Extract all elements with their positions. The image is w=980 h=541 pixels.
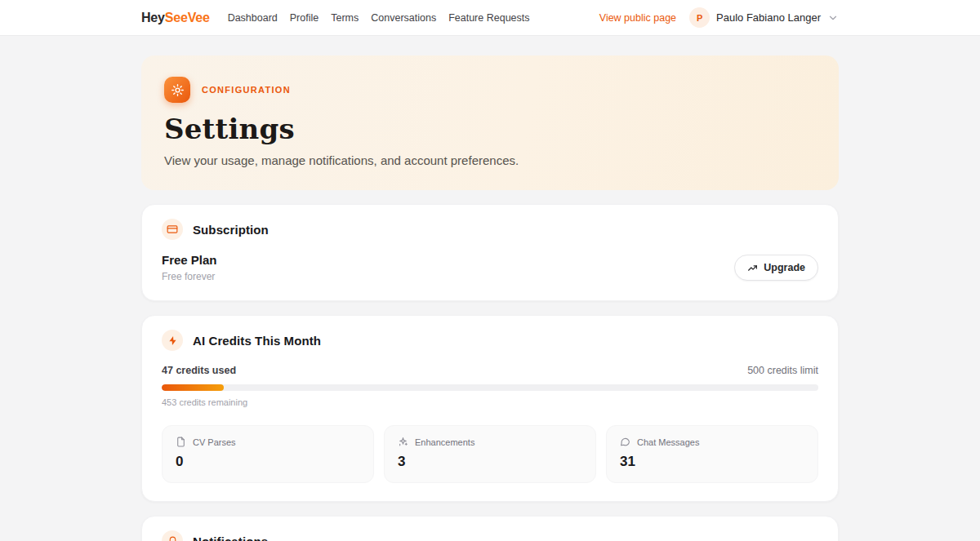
nav-link-dashboard[interactable]: Dashboard xyxy=(228,12,278,24)
chat-icon xyxy=(620,437,630,447)
logo-hey: Hey xyxy=(141,11,165,24)
stat-label: Enhancements xyxy=(415,437,474,447)
main-nav: Dashboard Profile Terms Conversations Fe… xyxy=(228,12,530,24)
zap-icon xyxy=(162,330,183,351)
nav-link-profile[interactable]: Profile xyxy=(290,12,318,24)
user-menu[interactable]: P Paulo Fabiano Langer xyxy=(689,7,839,28)
nav-link-conversations[interactable]: Conversations xyxy=(371,12,436,24)
subscription-card: Subscription Free Plan Free forever Upgr… xyxy=(141,204,839,301)
page-title: Settings xyxy=(164,113,816,145)
stat-value: 0 xyxy=(176,454,360,470)
credits-progress-bar xyxy=(162,384,818,391)
ai-credits-title: AI Credits This Month xyxy=(193,334,321,348)
credits-progress-fill xyxy=(162,384,224,391)
stat-enhancements: Enhancements 3 xyxy=(384,425,596,483)
upgrade-button[interactable]: Upgrade xyxy=(734,255,818,281)
page-subtitle: View your usage, manage notifications, a… xyxy=(164,153,816,167)
notifications-card: Notifications New Conversation Alerts Ge… xyxy=(141,516,839,541)
stat-label: Chat Messages xyxy=(637,437,699,447)
credit-card-icon xyxy=(162,219,183,240)
upgrade-label: Upgrade xyxy=(764,262,805,273)
stat-chat-messages: Chat Messages 31 xyxy=(606,425,818,483)
configuration-badge: CONFIGURATION xyxy=(202,85,291,95)
top-nav: HeySeeVee Dashboard Profile Terms Conver… xyxy=(0,0,980,36)
credits-limit-label: 500 credits limit xyxy=(747,365,818,376)
gear-icon xyxy=(171,83,185,97)
plan-info: Free Plan Free forever xyxy=(162,253,217,282)
nav-link-feature-requests[interactable]: Feature Requests xyxy=(448,12,529,24)
stat-cv-parses: CV Parses 0 xyxy=(162,425,374,483)
credits-stats: CV Parses 0 Enhancements 3 Cha xyxy=(162,425,818,483)
avatar: P xyxy=(689,7,710,28)
credits-used-label: 47 credits used xyxy=(162,365,236,376)
stat-value: 3 xyxy=(398,454,582,470)
user-name: Paulo Fabiano Langer xyxy=(716,11,821,24)
subscription-title: Subscription xyxy=(193,223,269,237)
credits-remaining-label: 453 credits remaining xyxy=(162,397,818,407)
chevron-down-icon xyxy=(827,12,839,24)
sparkles-icon xyxy=(398,437,408,447)
plan-name: Free Plan xyxy=(162,253,217,267)
stat-label: CV Parses xyxy=(193,437,236,447)
plan-detail: Free forever xyxy=(162,271,217,282)
logo[interactable]: HeySeeVee xyxy=(141,11,210,25)
logo-seevee: SeeVee xyxy=(165,11,210,24)
ai-credits-card: AI Credits This Month 47 credits used 50… xyxy=(141,315,839,502)
view-public-page-link[interactable]: View public page xyxy=(599,12,676,24)
stat-value: 31 xyxy=(620,454,804,470)
trending-up-icon xyxy=(747,263,758,273)
bell-icon xyxy=(162,530,183,541)
settings-page: CONFIGURATION Settings View your usage, … xyxy=(141,55,839,541)
gear-icon-badge xyxy=(164,77,190,103)
file-icon xyxy=(176,437,186,447)
nav-link-terms[interactable]: Terms xyxy=(331,12,359,24)
hero-banner: CONFIGURATION Settings View your usage, … xyxy=(141,55,839,190)
notifications-title: Notifications xyxy=(193,534,268,541)
